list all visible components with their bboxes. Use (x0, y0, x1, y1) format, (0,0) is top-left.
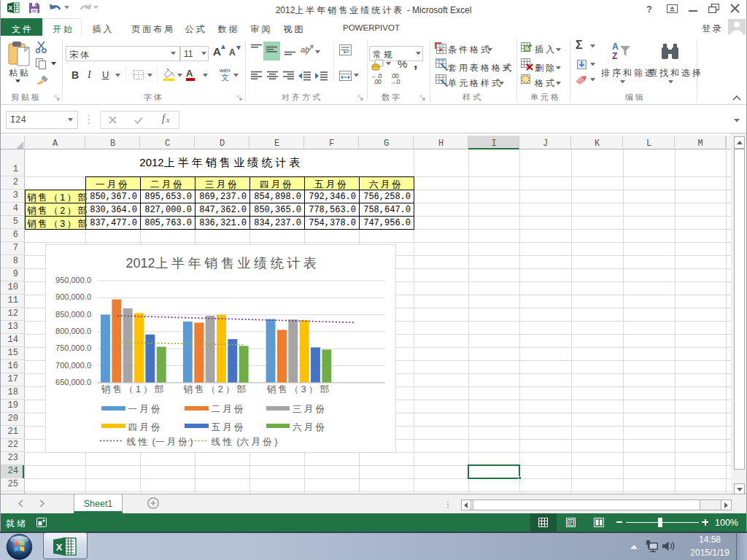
svg-text:X: X (56, 542, 63, 553)
svg-text:A: A (612, 42, 619, 52)
svg-text:Z: Z (612, 51, 617, 60)
svg-text:≠: ≠ (439, 47, 443, 53)
